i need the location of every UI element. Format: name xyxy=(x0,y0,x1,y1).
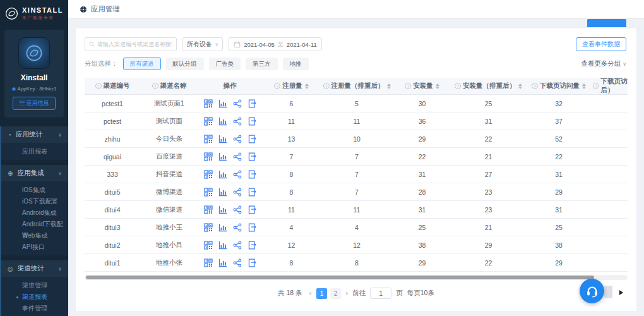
sidebar-item[interactable]: 事件管理 xyxy=(1,303,68,314)
sort-icon[interactable] xyxy=(518,83,522,89)
share-icon[interactable] xyxy=(233,135,242,143)
sort-icon[interactable] xyxy=(305,83,309,89)
share-icon[interactable] xyxy=(233,223,242,232)
group-filter-button[interactable]: 广告类 xyxy=(209,58,241,70)
export-icon[interactable] xyxy=(247,205,256,214)
customer-support-button[interactable] xyxy=(580,279,604,303)
export-icon[interactable] xyxy=(247,223,256,232)
chart-icon[interactable] xyxy=(218,152,227,161)
export-icon[interactable] xyxy=(247,170,256,179)
chart-icon[interactable] xyxy=(218,117,227,126)
qrcode-icon[interactable] xyxy=(204,152,213,161)
more-groups-link[interactable]: 查看更多分组 ∨ xyxy=(581,59,626,68)
sidebar-item[interactable]: iOS集成 xyxy=(1,185,68,196)
device-select[interactable]: 所有设备 ∨ xyxy=(182,37,223,51)
qrcode-icon[interactable] xyxy=(204,170,213,179)
value-cell: 5 xyxy=(321,100,392,107)
export-icon[interactable] xyxy=(247,188,256,197)
group-filter-button[interactable]: 所有渠道 xyxy=(123,58,161,70)
value-cell: 22 xyxy=(392,153,452,161)
group-filter-button[interactable]: 地推 xyxy=(283,58,309,70)
value-cell: 6 xyxy=(261,100,321,107)
page-number[interactable]: 1 xyxy=(316,288,327,299)
chart-icon[interactable] xyxy=(218,241,227,250)
chart-icon[interactable] xyxy=(218,135,227,143)
group-filter-button[interactable]: 默认分组 xyxy=(166,58,204,70)
chart-icon[interactable] xyxy=(218,99,227,108)
sidebar-item[interactable]: 渠道管理 xyxy=(1,280,68,291)
export-icon[interactable] xyxy=(247,117,256,126)
qrcode-icon[interactable] xyxy=(204,223,213,232)
export-icon[interactable] xyxy=(247,152,256,161)
app-info-button[interactable]: ▤ 应用信息 xyxy=(13,97,56,110)
menu-group-header[interactable]: ⊕ 应用集成 ∨ xyxy=(1,165,68,181)
menu-group-header[interactable]: ◔ 应用统计 ∨ xyxy=(1,126,68,143)
chart-icon[interactable] xyxy=(218,223,227,232)
share-icon[interactable] xyxy=(233,205,242,214)
qrcode-icon[interactable] xyxy=(204,117,213,126)
qrcode-icon[interactable] xyxy=(204,205,213,214)
sidebar-item[interactable]: Android集成 xyxy=(1,207,68,219)
share-icon[interactable] xyxy=(233,99,242,108)
column-header[interactable]: ?注册量 xyxy=(261,82,321,90)
share-icon[interactable] xyxy=(233,188,242,197)
chart-icon[interactable] xyxy=(218,170,227,179)
value-cell: 28 xyxy=(392,188,452,196)
sidebar-item[interactable]: 渠道报表 xyxy=(1,291,68,303)
view-event-data-button[interactable]: 查看事件数据 xyxy=(576,37,626,51)
sort-icon[interactable] xyxy=(582,83,586,89)
sidebar-item[interactable]: 应用报表 xyxy=(1,146,68,157)
qrcode-icon[interactable] xyxy=(204,188,213,197)
export-icon[interactable] xyxy=(247,135,256,143)
value-cell: 8 xyxy=(261,259,321,267)
column-header[interactable]: ?下载页访问量 xyxy=(525,82,593,90)
top-right-blue-bar[interactable] xyxy=(587,19,626,27)
value-cell: 27 xyxy=(452,171,525,178)
value-cell: 25 xyxy=(392,224,452,231)
channel-search-input[interactable] xyxy=(97,41,172,47)
share-icon[interactable] xyxy=(233,117,242,126)
qrcode-icon[interactable] xyxy=(204,99,213,108)
qrcode-icon[interactable] xyxy=(204,258,213,267)
export-icon[interactable] xyxy=(247,99,256,108)
sidebar-item[interactable]: Android下载配置 xyxy=(1,219,68,230)
column-header[interactable]: ?安装量（排重后） xyxy=(452,82,525,90)
share-icon[interactable] xyxy=(233,170,242,179)
chart-icon[interactable] xyxy=(218,188,227,197)
column-header[interactable]: ?安装量 xyxy=(392,82,452,90)
sidebar-item[interactable]: Web集成 xyxy=(1,230,68,241)
menu-group: ⊕ 应用集成 ∨ iOS集成iOS下载配置Android集成Android下载配… xyxy=(1,165,68,255)
scrollbar-handle[interactable] xyxy=(86,276,594,279)
prev-page-button[interactable]: ‹ xyxy=(309,290,312,296)
column-header[interactable]: ?注册量（排重后） xyxy=(321,82,392,90)
chart-icon[interactable] xyxy=(218,258,227,267)
table-row: ditui4微信渠道 111131233131 xyxy=(85,201,628,219)
share-icon[interactable] xyxy=(233,152,242,161)
goto-page-input[interactable] xyxy=(370,288,391,299)
value-cell: 11 xyxy=(261,206,321,214)
sidebar-item[interactable]: iOS下载配置 xyxy=(1,196,68,207)
sidebar-item[interactable]: API接口 xyxy=(1,241,68,253)
sort-icon[interactable] xyxy=(387,83,391,89)
share-icon[interactable] xyxy=(233,258,242,267)
column-header[interactable]: ?下载页访问量（排重后） xyxy=(593,78,628,95)
page-number[interactable]: 2 xyxy=(330,288,341,299)
value-cell: 25 xyxy=(452,100,525,107)
group-filter-button[interactable]: 第三方 xyxy=(246,58,278,70)
menu-group-header[interactable]: ◎ 渠道统计 ∨ xyxy=(1,260,68,277)
qrcode-icon[interactable] xyxy=(204,135,213,143)
appkey-dot-icon: ◉ xyxy=(12,86,16,92)
date-range-picker[interactable]: 2021-04-05 至 2021-04-11 xyxy=(229,37,322,51)
chart-icon[interactable] xyxy=(218,205,227,214)
sort-icon[interactable] xyxy=(436,83,439,89)
export-icon[interactable] xyxy=(247,258,256,267)
next-page-button[interactable]: › xyxy=(345,290,348,296)
brand-tagline: 推广效能专家 xyxy=(22,15,63,21)
horizontal-scrollbar[interactable] xyxy=(85,275,628,280)
channel-name-cell: 地推小吕 xyxy=(140,241,198,250)
export-icon[interactable] xyxy=(247,241,256,250)
table-row: ditui1地推小张 8829222929 xyxy=(85,254,628,272)
share-icon[interactable] xyxy=(233,241,242,250)
channel-code-cell: qiguai xyxy=(85,153,140,161)
qrcode-icon[interactable] xyxy=(204,241,213,250)
